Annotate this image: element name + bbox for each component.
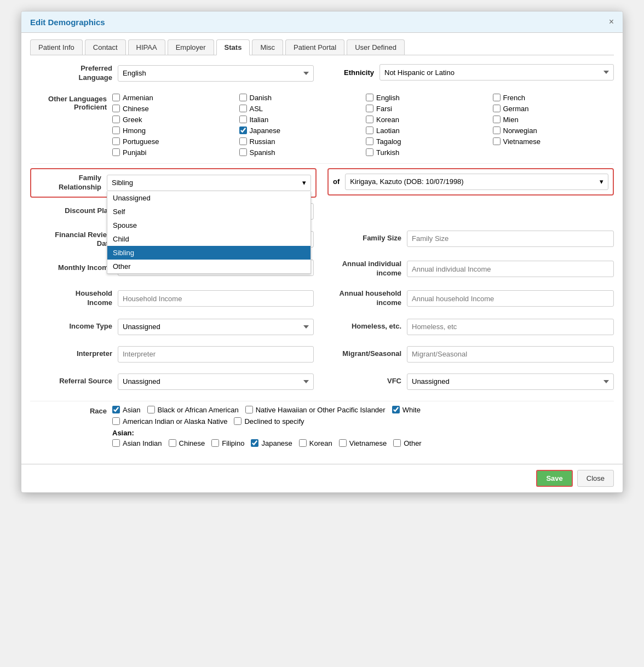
- tab-stats[interactable]: Stats: [216, 39, 250, 55]
- asian-indian: Asian Indian: [112, 439, 162, 447]
- tab-employer[interactable]: Employer: [168, 39, 214, 55]
- asian-japanese-checkbox[interactable]: [251, 439, 258, 447]
- family-of-select[interactable]: Kirigaya, Kazuto (DOB: 10/07/1998) ▾: [345, 174, 608, 190]
- preferred-language-row: PreferredLanguage English Spanish French: [30, 64, 314, 83]
- lang-danish-checkbox[interactable]: [239, 94, 247, 101]
- tab-hipaa[interactable]: HIPAA: [128, 39, 165, 55]
- lang-english-checkbox[interactable]: [366, 94, 373, 101]
- lang-laotian-checkbox[interactable]: [366, 127, 373, 134]
- family-relationship-dropdown: Unassigned Self Spouse Child Sibling Oth…: [107, 191, 311, 274]
- lang-korean-checkbox[interactable]: [366, 116, 373, 123]
- lang-hmong-checkbox[interactable]: [112, 127, 120, 134]
- asian-indian-checkbox[interactable]: [112, 439, 120, 447]
- family-relationship-section: FamilyRelationship Sibling ▾ Unassigned …: [30, 168, 317, 198]
- lang-french-checkbox[interactable]: [493, 94, 501, 101]
- asian-chinese-checkbox[interactable]: [169, 439, 176, 447]
- lang-armenian-checkbox[interactable]: [112, 94, 120, 101]
- lang-german-checkbox[interactable]: [493, 105, 501, 112]
- option-spouse[interactable]: Spouse: [107, 219, 311, 232]
- vfc-select[interactable]: Unassigned: [407, 373, 614, 390]
- edit-demographics-dialog: Edit Demographics × Patient Info Contact…: [21, 11, 623, 493]
- lang-japanese-checkbox[interactable]: [239, 127, 247, 134]
- household-income-label: HouseholdIncome: [30, 289, 112, 308]
- dialog-footer: Save Close: [21, 464, 623, 492]
- asian-filipino-checkbox[interactable]: [211, 439, 219, 447]
- lang-portuguese-checkbox[interactable]: [112, 137, 120, 145]
- race-american-indian-checkbox[interactable]: [112, 417, 120, 425]
- race-row-1: Asian Black or African American Native H…: [112, 406, 614, 414]
- race-declined-checkbox[interactable]: [234, 417, 242, 425]
- lang-english: English: [366, 94, 487, 102]
- lang-norwegian: Norwegian: [493, 127, 614, 135]
- option-sibling[interactable]: Sibling: [107, 246, 311, 260]
- interpreter-input[interactable]: [118, 346, 314, 363]
- preferred-language-select[interactable]: English Spanish French: [118, 65, 314, 82]
- lang-spanish: Spanish: [239, 148, 361, 157]
- save-button[interactable]: Save: [536, 470, 572, 487]
- lang-danish: Danish: [239, 94, 361, 102]
- tab-patient-portal[interactable]: Patient Portal: [285, 39, 344, 55]
- lang-mien: Mien: [493, 116, 614, 124]
- lang-punjabi-checkbox[interactable]: [112, 148, 120, 156]
- lang-farsi: Farsi: [366, 105, 487, 113]
- lang-russian-checkbox[interactable]: [239, 137, 247, 145]
- household-income-input[interactable]: [118, 290, 314, 307]
- lang-chinese-checkbox[interactable]: [112, 105, 120, 112]
- lang-tagalog-checkbox[interactable]: [366, 137, 373, 145]
- option-unassigned[interactable]: Unassigned: [107, 191, 311, 205]
- referral-source-select[interactable]: Unassigned: [118, 373, 314, 390]
- discount-plan-label: Discount Plan: [30, 206, 112, 216]
- dialog-close-button[interactable]: ×: [609, 17, 614, 27]
- ethnicity-row: Ethnicity Not Hispanic or Latino Hispani…: [330, 64, 614, 81]
- annual-individual-income-input[interactable]: [407, 261, 614, 277]
- family-relationship-select[interactable]: Sibling ▾: [107, 175, 311, 191]
- option-other[interactable]: Other: [107, 260, 311, 273]
- tab-patient-info[interactable]: Patient Info: [30, 39, 83, 55]
- lang-vietnamese: Vietnamese: [493, 137, 614, 146]
- referral-source-label: Referral Source: [30, 377, 112, 386]
- homeless-input[interactable]: [407, 319, 614, 335]
- lang-norwegian-checkbox[interactable]: [493, 127, 501, 134]
- family-of-section: of Kirigaya, Kazuto (DOB: 10/07/1998) ▾: [327, 168, 614, 196]
- tab-user-defined[interactable]: User Defined: [347, 39, 405, 55]
- asian-vietnamese-checkbox[interactable]: [339, 439, 347, 447]
- lang-farsi-checkbox[interactable]: [366, 105, 373, 112]
- family-relationship-value: Sibling: [112, 179, 133, 187]
- close-button[interactable]: Close: [577, 470, 614, 487]
- race-white-checkbox[interactable]: [392, 406, 400, 413]
- preferred-language-label: PreferredLanguage: [30, 64, 112, 83]
- income-type-row: Income Type Unassigned Self-Employed Emp…: [30, 319, 314, 335]
- race-native-hawaiian-checkbox[interactable]: [245, 406, 253, 413]
- lang-italian-checkbox[interactable]: [239, 116, 247, 123]
- lang-turkish-checkbox[interactable]: [366, 148, 373, 156]
- lang-mien-checkbox[interactable]: [493, 116, 501, 123]
- option-child[interactable]: Child: [107, 232, 311, 246]
- tab-contact[interactable]: Contact: [85, 39, 126, 55]
- ethnicity-select[interactable]: Not Hispanic or Latino Hispanic or Latin…: [380, 64, 614, 81]
- family-size-row: Family Size: [330, 231, 614, 247]
- other-languages-section: Other LanguagesProficient Armenian Danis…: [30, 94, 614, 157]
- homeless-label: Homeless, etc.: [330, 322, 401, 331]
- vfc-label: VFC: [330, 377, 401, 386]
- asian-korean-checkbox[interactable]: [299, 439, 307, 447]
- lang-greek-checkbox[interactable]: [112, 116, 120, 123]
- race-asian-checkbox[interactable]: [112, 406, 120, 413]
- lang-hmong: Hmong: [112, 127, 234, 135]
- lang-russian: Russian: [239, 137, 361, 146]
- asian-other-checkbox[interactable]: [393, 439, 401, 447]
- lang-vietnamese-checkbox[interactable]: [493, 137, 501, 145]
- option-self[interactable]: Self: [107, 205, 311, 219]
- family-size-input[interactable]: [407, 231, 614, 247]
- family-of-dropdown: Kirigaya, Kazuto (DOB: 10/07/1998) ▾: [345, 174, 608, 190]
- race-black-checkbox[interactable]: [147, 406, 155, 413]
- lang-asl-checkbox[interactable]: [239, 105, 247, 112]
- annual-household-income-input[interactable]: [407, 290, 614, 307]
- lang-german: German: [493, 105, 614, 113]
- migrant-seasonal-input[interactable]: [407, 346, 614, 363]
- annual-household-income-label: Annual householdincome: [330, 289, 401, 308]
- tab-misc[interactable]: Misc: [252, 39, 283, 55]
- race-label: Race: [30, 406, 107, 451]
- lang-spanish-checkbox[interactable]: [239, 148, 247, 156]
- income-type-select[interactable]: Unassigned Self-Employed Employed Retire…: [118, 319, 314, 335]
- lang-greek: Greek: [112, 116, 234, 124]
